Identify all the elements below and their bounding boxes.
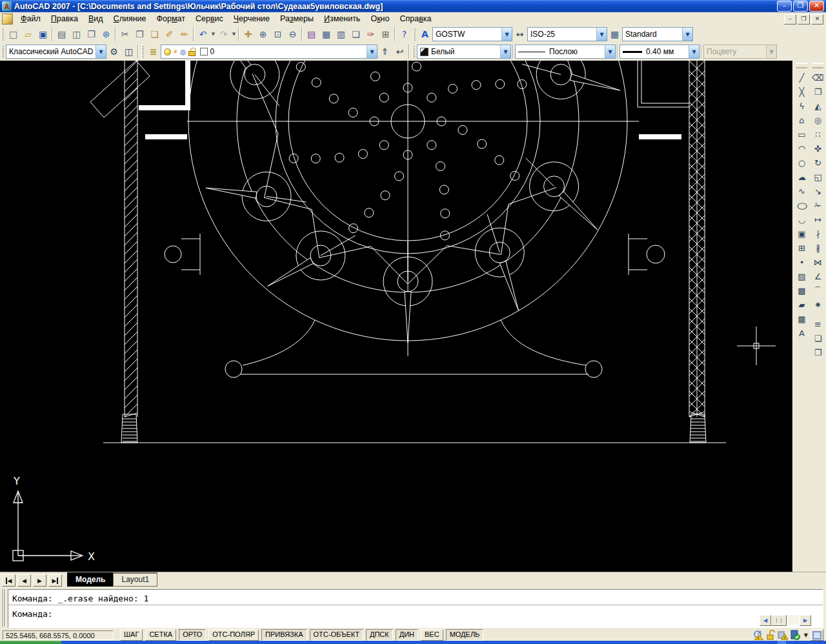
mdi-minimize-button[interactable]: – <box>784 14 796 25</box>
text-style-combo[interactable]: GOSTW ▼ <box>432 27 512 41</box>
stretch-button[interactable]: ↘ <box>811 184 825 198</box>
undo-dropdown-icon[interactable]: ▼ <box>210 32 216 37</box>
plot-button[interactable]: ▤ <box>54 27 69 41</box>
toggle-отс-объект[interactable]: ОТС-ОБЪЕКТ <box>310 629 363 641</box>
copy-clip-button[interactable]: ❐ <box>132 27 147 41</box>
toolbar-grip[interactable] <box>1 45 4 58</box>
menu-окно[interactable]: Окно <box>365 13 394 25</box>
drawing-file-icon[interactable] <box>2 14 13 25</box>
open-button[interactable]: ▱ <box>21 27 35 41</box>
break-at-point-button[interactable]: ∤ <box>811 226 825 241</box>
region-button[interactable]: ▰ <box>795 297 809 312</box>
help-button[interactable]: ? <box>397 27 412 41</box>
redo-button[interactable]: ↷ <box>216 27 231 41</box>
chevron-down-icon[interactable]: ▼ <box>689 45 699 58</box>
circle-button[interactable]: ○ <box>795 156 809 170</box>
publish-button[interactable]: ❒ <box>84 27 99 41</box>
restore-button[interactable]: ❐ <box>793 1 808 12</box>
pan-button[interactable]: ✚ <box>241 27 256 41</box>
command-scrollbar[interactable]: ◀ ▶ <box>760 615 811 625</box>
first-tab-button[interactable]: ◀ <box>2 574 15 587</box>
table-style-combo[interactable]: Standard ▼ <box>622 27 693 41</box>
toggle-шаг[interactable]: ШАГ <box>120 629 143 641</box>
hatch-button[interactable]: ▨ <box>795 269 809 283</box>
linetype-combo[interactable]: Послою ▼ <box>515 45 616 59</box>
ellipse-arc-button[interactable]: ◡ <box>795 212 809 226</box>
plot-preview-button[interactable]: ◫ <box>69 27 84 41</box>
table-style-icon[interactable]: ▦ <box>607 27 622 41</box>
mirror-button[interactable]: ◭ <box>811 99 825 113</box>
dim-style-combo[interactable]: ISO-25 ▼ <box>527 27 607 41</box>
save-button[interactable]: ▣ <box>35 27 50 41</box>
unlock-icon[interactable] <box>765 630 776 640</box>
fillet-button[interactable]: ⌒ <box>811 283 825 297</box>
menu-формат[interactable]: Формат <box>152 13 190 25</box>
menu-сервис[interactable]: Сервис <box>190 13 228 25</box>
insert-block-button[interactable]: ▣ <box>795 226 809 241</box>
workspace-combo[interactable]: Классический AutoCAD ▼ <box>6 45 106 59</box>
toolbar-grip[interactable] <box>796 63 807 68</box>
bring-to-front-button[interactable]: ❏ <box>811 331 825 345</box>
gradient-button[interactable]: ▩ <box>795 283 809 297</box>
close-button[interactable]: ✕ <box>809 1 824 12</box>
sheet-set-manager-button[interactable]: ❏ <box>348 27 363 41</box>
toggle-орто[interactable]: ОРТО <box>179 629 206 641</box>
toolbar-grip[interactable] <box>1 28 4 41</box>
workspace-settings-button[interactable]: ⚙ <box>106 45 121 59</box>
redo-dropdown-icon[interactable]: ▼ <box>231 32 237 37</box>
command-prompt-line[interactable]: Команда: <box>8 605 823 619</box>
color-combo[interactable]: Белый ▼ <box>417 45 511 59</box>
lineweight-combo[interactable]: 0.40 мм ▼ <box>620 45 700 59</box>
break-button[interactable]: ∦ <box>811 241 825 255</box>
layer-previous-button[interactable]: ↩ <box>392 45 407 59</box>
array-button[interactable]: ∷ <box>811 127 825 141</box>
explode-button[interactable]: ✷ <box>811 297 825 312</box>
erase-button[interactable]: ⌫ <box>811 70 825 85</box>
scroll-left-icon[interactable]: ◀ <box>760 615 771 626</box>
chevron-down-icon[interactable]: ▼ <box>605 45 615 58</box>
chevron-down-icon[interactable]: ▼ <box>682 28 692 41</box>
spline-button[interactable]: ∿ <box>795 184 809 198</box>
multiline-text-button[interactable]: A <box>795 326 809 340</box>
next-tab-button[interactable]: ▶ <box>33 574 46 587</box>
tray-settings-arrow-icon[interactable]: ▼ <box>804 632 808 638</box>
construction-line-button[interactable]: ╳ <box>795 85 809 99</box>
quickcalc-button[interactable]: ⊞ <box>378 27 393 41</box>
mdi-restore-button[interactable]: ❐ <box>798 14 810 25</box>
toolbar-grip[interactable] <box>413 28 416 41</box>
qnew-button[interactable]: □ <box>6 27 21 41</box>
zoom-window-button[interactable]: ⊡ <box>270 27 285 41</box>
move-button[interactable]: ✜ <box>811 141 825 156</box>
table-button[interactable]: ▦ <box>795 312 809 326</box>
chevron-down-icon[interactable]: ▼ <box>367 45 377 58</box>
menu-размеры[interactable]: Размеры <box>275 13 319 25</box>
dim-style-icon[interactable]: ↔ <box>512 27 527 41</box>
zoom-previous-button[interactable]: ⊖ <box>285 27 300 41</box>
line-button[interactable]: ╱ <box>795 70 809 85</box>
toggle-сетка[interactable]: СЕТКА <box>145 629 176 641</box>
menu-черчение[interactable]: Черчение <box>228 13 275 25</box>
rotate-button[interactable]: ↻ <box>811 156 825 170</box>
tab-model[interactable]: Модель <box>67 572 114 587</box>
menu-слияние[interactable]: Слияние <box>108 13 152 25</box>
undo-button[interactable]: ↶ <box>196 27 210 41</box>
minimize-button[interactable]: – <box>777 1 792 12</box>
chevron-down-icon[interactable]: ▼ <box>96 45 106 58</box>
standards-warning-icon[interactable]: ! <box>778 630 788 640</box>
trim-button[interactable]: ✁ <box>811 198 825 212</box>
scale-button[interactable]: ◱ <box>811 170 825 184</box>
make-block-button[interactable]: ⊞ <box>795 241 809 255</box>
menu-справка[interactable]: Справка <box>394 13 436 25</box>
command-window[interactable]: Команда: _.erase найдено: 1 Команда: ◀ ▶ <box>0 588 826 629</box>
start-button-edge[interactable] <box>0 641 61 644</box>
copy-button[interactable]: ❐ <box>811 85 825 99</box>
toggle-отс-поляр[interactable]: ОТС-ПОЛЯР <box>208 629 259 641</box>
my-workspace-button[interactable]: ◫ <box>121 45 136 59</box>
polygon-button[interactable]: ⌂ <box>795 113 809 127</box>
command-window-grab-handle[interactable] <box>1 589 6 627</box>
toolbar-grip[interactable] <box>412 45 415 58</box>
chevron-down-icon[interactable]: ▼ <box>596 28 607 41</box>
menu-вид[interactable]: Вид <box>83 13 108 25</box>
ellipse-button[interactable]: ○ <box>795 198 809 212</box>
layer-properties-icon[interactable]: ≣ <box>146 45 161 59</box>
